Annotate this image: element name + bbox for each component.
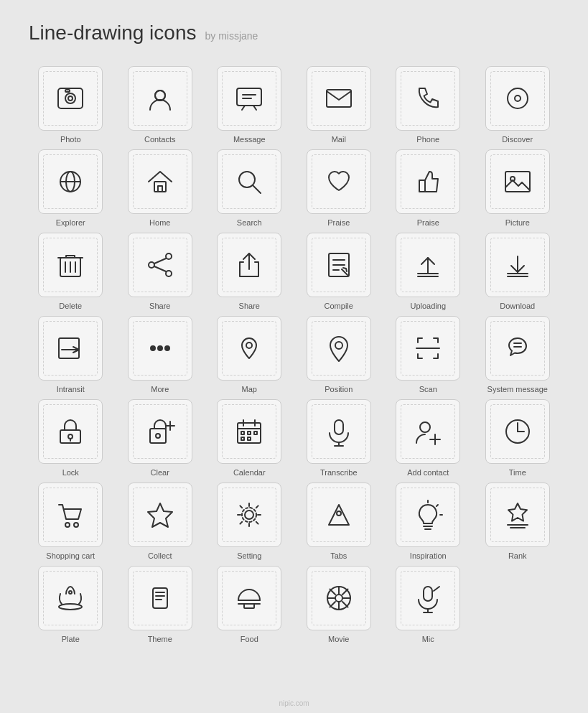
message-icon-label: Message bbox=[233, 135, 266, 144]
watermark: nipic.com bbox=[0, 699, 588, 707]
svg-point-47 bbox=[165, 346, 169, 350]
icon-cell-food: Food bbox=[207, 566, 291, 643]
search-icon[interactable] bbox=[217, 149, 281, 214]
svg-rect-68 bbox=[248, 437, 251, 440]
svg-rect-65 bbox=[248, 432, 251, 434]
map-icon[interactable] bbox=[217, 316, 281, 381]
add-contact-icon-label: Add contact bbox=[407, 468, 449, 477]
svg-line-88 bbox=[437, 505, 438, 506]
svg-point-72 bbox=[420, 422, 430, 432]
intransit-icon[interactable] bbox=[38, 316, 103, 381]
transcribe-icon[interactable] bbox=[307, 399, 371, 464]
plate-icon-label: Plate bbox=[62, 635, 80, 643]
svg-point-102 bbox=[335, 595, 342, 602]
contacts-icon-label: Contacts bbox=[144, 135, 175, 144]
uploading-icon[interactable] bbox=[396, 233, 460, 297]
shopping-cart-icon[interactable] bbox=[38, 483, 103, 547]
svg-rect-0 bbox=[58, 88, 83, 108]
explorer-icon-label: Explorer bbox=[56, 218, 85, 227]
share-upload-icon[interactable] bbox=[217, 233, 281, 297]
more-icon-label: More bbox=[151, 385, 169, 393]
icon-cell-delete: Delete bbox=[29, 233, 113, 310]
shopping-cart-icon-label: Shopping cart bbox=[46, 551, 95, 560]
intransit-icon-label: Intransit bbox=[57, 385, 85, 393]
position-icon[interactable] bbox=[307, 316, 371, 381]
picture-icon[interactable] bbox=[485, 149, 550, 214]
system-message-icon[interactable] bbox=[485, 316, 550, 381]
mail-icon-label: Mail bbox=[332, 135, 346, 144]
praise-thumb-icon-label: Praise bbox=[417, 218, 439, 227]
phone-icon[interactable] bbox=[396, 66, 460, 131]
photo-icon[interactable] bbox=[38, 66, 103, 131]
share-dots-icon[interactable] bbox=[128, 233, 192, 297]
svg-point-10 bbox=[508, 88, 528, 108]
tabs-icon[interactable] bbox=[307, 483, 371, 547]
icon-cell-more: More bbox=[118, 316, 202, 393]
page-title: Line-drawing icons bbox=[29, 22, 196, 45]
mic-icon[interactable] bbox=[396, 566, 460, 630]
svg-point-28 bbox=[149, 262, 154, 268]
rank-icon[interactable] bbox=[485, 483, 550, 547]
icon-cell-add-contact: Add contact bbox=[386, 399, 470, 477]
compile-icon[interactable] bbox=[307, 233, 371, 297]
icon-cell-map: Map bbox=[207, 316, 291, 393]
svg-point-93 bbox=[69, 591, 72, 594]
svg-rect-64 bbox=[241, 432, 244, 434]
discover-icon[interactable] bbox=[485, 66, 550, 131]
delete-icon[interactable] bbox=[38, 233, 103, 297]
movie-icon[interactable] bbox=[307, 566, 371, 630]
icon-cell-picture: Picture bbox=[476, 149, 560, 227]
picture-icon-label: Picture bbox=[505, 218, 530, 227]
inspiration-icon-label: Inspiration bbox=[410, 551, 447, 560]
setting-icon[interactable] bbox=[217, 483, 281, 547]
praise-heart-icon[interactable] bbox=[307, 149, 371, 214]
download-icon[interactable] bbox=[485, 233, 550, 297]
icon-cell-download: Download bbox=[476, 233, 560, 310]
time-icon[interactable] bbox=[485, 399, 550, 464]
icon-cell-lock: Lock bbox=[29, 399, 113, 477]
message-icon[interactable] bbox=[217, 66, 281, 131]
inspiration-icon[interactable] bbox=[396, 483, 460, 547]
lock-icon-label: Lock bbox=[62, 468, 79, 477]
icon-cell-scan: Scan bbox=[386, 316, 470, 393]
mail-icon[interactable] bbox=[307, 66, 371, 131]
scan-icon[interactable] bbox=[396, 316, 460, 381]
svg-line-107 bbox=[330, 589, 335, 595]
setting-icon-label: Setting bbox=[237, 551, 261, 560]
praise-heart-icon-label: Praise bbox=[327, 218, 350, 227]
icon-cell-search: Search bbox=[207, 149, 291, 227]
icon-cell-uploading: Uploading bbox=[386, 233, 470, 310]
svg-point-81 bbox=[245, 511, 253, 519]
svg-rect-94 bbox=[153, 588, 167, 608]
clear-icon[interactable] bbox=[128, 399, 192, 464]
calendar-icon[interactable] bbox=[217, 399, 281, 464]
food-icon[interactable] bbox=[217, 566, 281, 630]
icon-cell-praise: Praise bbox=[386, 149, 470, 227]
theme-icon[interactable] bbox=[128, 566, 192, 630]
svg-rect-111 bbox=[424, 587, 432, 601]
search-icon-label: Search bbox=[237, 218, 262, 227]
praise-thumb-icon[interactable] bbox=[396, 149, 460, 214]
icon-cell-praise: Praise bbox=[297, 149, 381, 227]
svg-rect-6 bbox=[237, 88, 261, 106]
explorer-icon[interactable] bbox=[38, 149, 103, 214]
lock-icon[interactable] bbox=[38, 399, 103, 464]
icon-cell-share: Share bbox=[207, 233, 291, 310]
theme-icon-label: Theme bbox=[148, 635, 172, 643]
icon-cell-phone: Phone bbox=[386, 66, 470, 144]
svg-line-31 bbox=[154, 266, 166, 271]
home-icon[interactable] bbox=[128, 149, 192, 214]
svg-point-57 bbox=[156, 434, 160, 438]
transcribe-icon-label: Transcribe bbox=[320, 468, 358, 477]
add-contact-icon[interactable] bbox=[396, 399, 460, 464]
plate-icon[interactable] bbox=[38, 566, 103, 630]
calendar-icon-label: Calendar bbox=[233, 468, 266, 477]
share-dots-icon-label: Share bbox=[149, 302, 170, 310]
svg-rect-16 bbox=[158, 186, 162, 192]
more-icon[interactable] bbox=[128, 316, 192, 381]
contacts-icon[interactable] bbox=[128, 66, 192, 131]
icon-cell-calendar: Calendar bbox=[207, 399, 291, 477]
svg-rect-66 bbox=[254, 432, 257, 434]
collect-icon[interactable] bbox=[128, 483, 192, 547]
svg-rect-20 bbox=[505, 172, 530, 192]
